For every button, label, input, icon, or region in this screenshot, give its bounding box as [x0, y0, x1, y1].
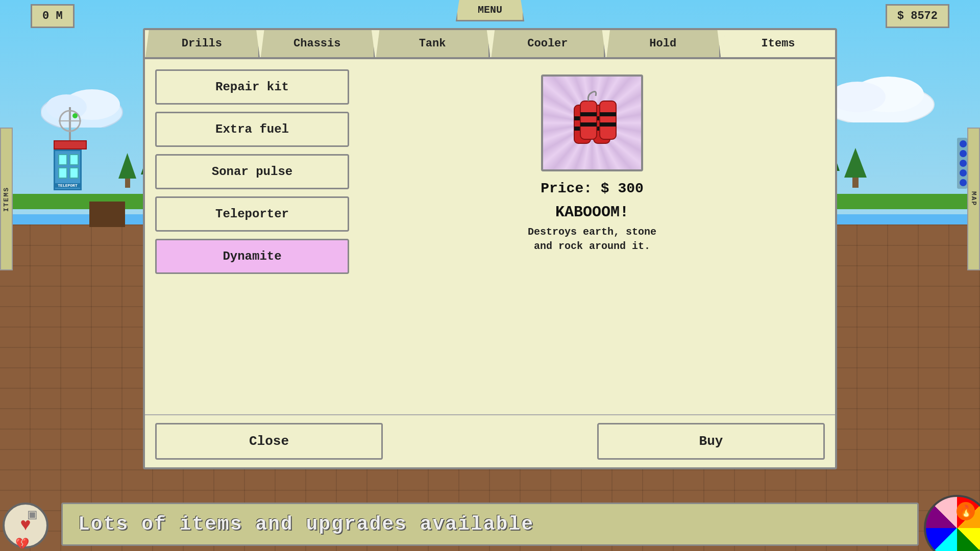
tab-drills[interactable]: Drills	[145, 30, 260, 57]
item-description: Destroys earth, stoneand rock around it.	[528, 225, 656, 254]
svg-rect-19	[600, 112, 616, 116]
buy-button[interactable]: Buy	[597, 423, 825, 460]
item-sonar-pulse[interactable]: Sonar pulse	[155, 154, 349, 189]
tab-items[interactable]: Items	[722, 30, 835, 57]
money-display: $ 8572	[886, 4, 949, 28]
item-list: Repair kit Extra fuel Sonar pulse Telepo…	[155, 69, 349, 404]
box-icon: ▣	[28, 506, 37, 523]
svg-rect-18	[580, 112, 597, 116]
dynamite-svg	[559, 90, 625, 156]
hud-bottom-right: 🔥	[914, 485, 980, 551]
teleport-tower: TELEPORT	[54, 107, 87, 190]
item-price: Price: $ 300	[541, 181, 644, 196]
svg-point-9	[72, 113, 78, 118]
item-image	[541, 74, 643, 171]
svg-rect-17	[600, 101, 616, 139]
dot-5	[960, 179, 967, 186]
depth-display: 0 M	[31, 4, 75, 28]
svg-point-5	[829, 82, 886, 112]
side-panel-map[interactable]: MAP	[967, 128, 980, 270]
dot-4	[960, 169, 967, 177]
content-area: Repair kit Extra fuel Sonar pulse Telepo…	[145, 59, 835, 414]
status-text: Lots of items and upgrades available	[78, 513, 902, 535]
broken-heart-icon: 💔	[15, 537, 29, 551]
svg-rect-21	[600, 122, 616, 127]
bottom-buttons: Close Buy	[145, 414, 835, 467]
dark-ground-patch	[89, 202, 125, 227]
color-wheel	[924, 495, 980, 551]
close-button[interactable]: Close	[155, 423, 383, 460]
side-panel-items[interactable]: ITEMS	[0, 128, 13, 270]
dots-panel	[957, 138, 967, 189]
tab-tank[interactable]: Tank	[376, 30, 491, 57]
dot-2	[960, 150, 967, 157]
menu-title: MENU	[456, 0, 524, 21]
tab-cooler[interactable]: Cooler	[491, 30, 605, 57]
item-detail: Price: $ 300 KABOOOM! Destroys earth, st…	[359, 69, 825, 404]
tab-chassis[interactable]: Chassis	[261, 30, 375, 57]
flame-icon: 🔥	[957, 502, 975, 520]
item-repair-kit[interactable]: Repair kit	[155, 69, 349, 105]
status-bar: Lots of items and upgrades available	[61, 503, 919, 546]
item-extra-fuel[interactable]: Extra fuel	[155, 112, 349, 147]
menu-panel: Drills Chassis Tank Cooler Hold Items Re…	[143, 28, 837, 469]
cloud-right	[822, 66, 949, 125]
tabs-row: Drills Chassis Tank Cooler Hold Items	[145, 30, 835, 59]
svg-rect-20	[580, 122, 597, 127]
item-dynamite[interactable]: Dynamite	[155, 239, 349, 274]
item-name: KABOOOM!	[555, 204, 629, 221]
tab-hold[interactable]: Hold	[606, 30, 721, 57]
dot-1	[960, 140, 967, 147]
hud-bottom-left: ♥ 💔 ▣	[0, 490, 61, 551]
svg-rect-16	[580, 101, 597, 139]
item-teleporter[interactable]: Teleporter	[155, 196, 349, 232]
dot-3	[960, 160, 967, 167]
